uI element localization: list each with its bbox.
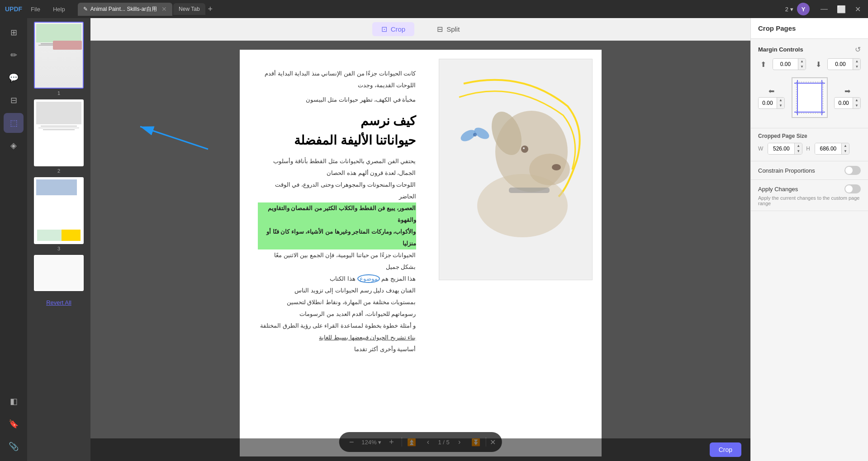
sidebar-item-layers[interactable]: ◧	[4, 391, 24, 411]
margin-bottom-down[interactable]: ▼	[853, 64, 860, 70]
margin-top-down[interactable]: ▼	[798, 64, 806, 70]
file-menu[interactable]: File	[26, 4, 45, 14]
sidebar-item-stamp[interactable]: ◈	[4, 136, 24, 155]
circle-text: موضوع	[357, 274, 380, 283]
margin-controls-section: Margin Controls ↺ ⬆ ▲ ▼ ⬇	[751, 39, 868, 128]
height-down-btn[interactable]: ▼	[841, 149, 849, 154]
doc-page: كانت الحيوانات جزءًا من الفن الإنساني من…	[240, 50, 602, 456]
height-label: H	[806, 146, 810, 152]
arrow-annotation	[127, 113, 217, 167]
sidebar-icons: ⊞ ✏ 💬 ⊟ ⬚ ◈ ◧ 🔖 📎	[0, 18, 27, 461]
titlebar-right: 2 ▾ Y — ⬜ ✕	[785, 3, 863, 15]
sidebar-item-attachment[interactable]: 📎	[4, 437, 24, 456]
height-up-btn[interactable]: ▲	[841, 143, 849, 149]
margin-right-up[interactable]: ▲	[853, 98, 860, 103]
margin-top-icon: ⬆	[758, 60, 769, 69]
sidebar-item-organize[interactable]: ⊟	[4, 90, 24, 110]
thumbnail-page-4[interactable]	[31, 255, 87, 291]
tab-new[interactable]: New Tab	[173, 3, 205, 15]
margin-top-row: ⬆ ▲ ▼ ⬇ ▲ ▼	[758, 58, 861, 70]
constrain-proportions-row: Constrain Proportions	[751, 161, 868, 180]
margin-controls-label: Margin Controls	[758, 46, 803, 53]
content-wrapper: ⊡ Crop ⊟ Split	[90, 18, 750, 461]
cropped-width-input[interactable]	[768, 143, 794, 154]
margin-top-input[interactable]	[773, 59, 798, 69]
width-spinner: ▲ ▼	[794, 143, 802, 154]
user-avatar[interactable]: Y	[797, 3, 810, 15]
tab-edit-icon: ✎	[83, 6, 88, 12]
doc-line4: الجمال، لعدة قرون ألهم هذه الحصان	[258, 167, 416, 179]
margin-bottom-spinner: ▲ ▼	[853, 59, 860, 70]
crop-tool-btn[interactable]: ⊡ Crop	[372, 22, 415, 36]
right-panel-header: Crop Pages	[751, 18, 868, 39]
doc-line9: هذا المزيج هم موضوع هذا الكتاب	[258, 273, 416, 285]
sidebar-item-crop[interactable]: ⬚	[4, 113, 24, 133]
split-tool-label: Split	[446, 25, 460, 33]
margin-reset-btn[interactable]: ↺	[855, 45, 861, 54]
thumb-img-2[interactable]	[34, 99, 84, 166]
main-area: ⊞ ✏ 💬 ⊟ ⬚ ◈ ◧ 🔖 📎 1	[0, 18, 868, 461]
margin-top-up[interactable]: ▲	[798, 59, 806, 64]
tab-active-label: Animal Paint... Skills-ar自用	[90, 5, 157, 13]
doc-area[interactable]: كانت الحيوانات جزءًا من الفن الإنساني من…	[90, 41, 750, 461]
margin-preview-row: ⬅ ▲ ▼	[758, 74, 861, 122]
minimize-btn[interactable]: —	[818, 4, 830, 14]
constrain-toggle[interactable]	[844, 166, 861, 175]
thumbnail-page-1[interactable]: 1	[31, 22, 87, 96]
dog-image	[439, 59, 593, 280]
page-count[interactable]: 2 ▾	[785, 6, 793, 13]
apply-toggle[interactable]	[844, 184, 861, 193]
doc-line7: والأكواب، وماركات المتاجر وغيرها من الأش…	[258, 226, 416, 249]
doc-line12: رسوماتهم للحيوانات، أقدم العديد من الرسو…	[258, 308, 416, 320]
thumb-img-1[interactable]	[34, 22, 84, 89]
preview-inner	[796, 82, 823, 113]
constrain-knob	[845, 167, 853, 174]
cropped-width-wrapper: ▲ ▼	[768, 143, 802, 155]
sidebar-item-thumbnail[interactable]: ⊞	[4, 23, 24, 42]
close-btn[interactable]: ✕	[852, 4, 863, 14]
new-tab-btn[interactable]: +	[208, 5, 213, 14]
margin-bottom-input[interactable]	[828, 59, 853, 69]
thumbnail-page-2[interactable]: 2	[31, 99, 87, 174]
preview-right-line	[821, 80, 822, 115]
sidebar-item-comment[interactable]: 💬	[4, 68, 24, 88]
crop-tool-label: Crop	[391, 25, 406, 33]
tab-active[interactable]: ✎ Animal Paint... Skills-ar自用 ✕	[78, 3, 172, 16]
margin-left-input-wrapper: ▲ ▼	[758, 97, 785, 109]
cropped-height-wrapper: ▲ ▼	[815, 143, 849, 155]
cropped-height-input[interactable]	[815, 143, 841, 154]
bottom-crop-bar: Crop	[90, 438, 750, 461]
margin-left-down[interactable]: ▼	[777, 103, 784, 108]
thumb-img-3[interactable]	[34, 177, 84, 244]
width-down-btn[interactable]: ▼	[794, 149, 802, 154]
tab-area: ✎ Animal Paint... Skills-ar自用 ✕ New Tab …	[78, 3, 782, 16]
sidebar-item-bookmark[interactable]: 🔖	[4, 414, 24, 434]
thumbnail-page-3[interactable]: 3	[31, 177, 87, 251]
margin-bottom-input-wrapper: ▲ ▼	[827, 58, 861, 70]
margin-top-spinner: ▲ ▼	[798, 59, 806, 70]
doc-line5: اللوحات والمنحوتات والمجوهرات وحتى الدرو…	[258, 179, 416, 202]
split-tool-btn[interactable]: ⊟ Split	[428, 22, 469, 36]
margin-right-input[interactable]	[835, 98, 853, 108]
help-menu[interactable]: Help	[48, 4, 70, 14]
titlebar: UPDF File Help ✎ Animal Paint... Skills-…	[0, 0, 868, 18]
thumb-img-4[interactable]	[34, 255, 84, 291]
doc-line3: يحتفي الفن المصري بالحيوانات مثل القطط ب…	[258, 155, 416, 167]
margin-left-input[interactable]	[759, 98, 777, 108]
apply-desc: Apply the current changes to the custom …	[758, 195, 861, 206]
revert-all-btn[interactable]: Revert All	[46, 299, 71, 306]
margin-right-down[interactable]: ▼	[853, 103, 860, 108]
margin-left-up[interactable]: ▲	[777, 98, 784, 103]
tab-close-btn[interactable]: ✕	[161, 5, 167, 13]
svg-point-11	[473, 133, 477, 136]
width-up-btn[interactable]: ▲	[794, 143, 802, 149]
svg-point-8	[552, 164, 561, 170]
doc-line15: أساسية وأخرى أكثر تقدما	[258, 343, 416, 355]
doc-title1: كيف نرسم	[258, 112, 416, 130]
apply-changes-row: Apply Changes Apply the current changes …	[751, 180, 868, 211]
crop-action-btn[interactable]: Crop	[710, 442, 741, 457]
margin-right-group: ➡ ▲ ▼	[834, 87, 861, 109]
sidebar-item-edit[interactable]: ✏	[4, 45, 24, 65]
maximize-btn[interactable]: ⬜	[834, 4, 849, 14]
margin-bottom-up[interactable]: ▲	[853, 59, 860, 64]
